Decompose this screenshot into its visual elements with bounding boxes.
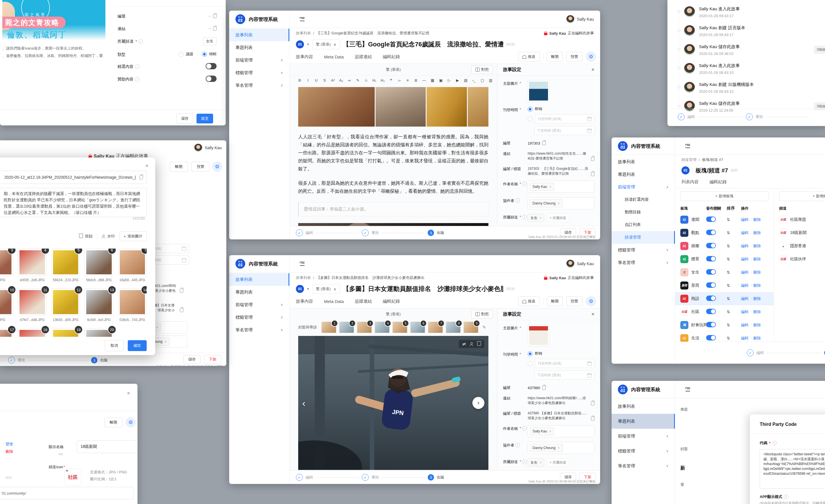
collaborator-input[interactable]: Danny Cheung× xyxy=(528,197,594,209)
edit-link[interactable]: 編輯 xyxy=(741,243,749,249)
sidebar-item-stories[interactable]: 故事列表 xyxy=(612,156,675,168)
toolbar-icon[interactable]: H₂ xyxy=(380,77,385,83)
image-thumb[interactable]: 12 13630...d00.JPG xyxy=(51,288,80,322)
offline-time-input[interactable]: 下架時間 (選填) xyxy=(534,370,594,380)
image-thumb[interactable]: 10 …4.JPG xyxy=(0,288,13,322)
publish-toggle[interactable] xyxy=(706,282,716,288)
tab[interactable]: 編輯紀錄 xyxy=(709,176,727,188)
user-menu[interactable]: Sally Kau xyxy=(566,255,594,272)
delete-link[interactable]: 刪除 xyxy=(753,296,761,301)
sort-handle-icon[interactable]: ⇅ xyxy=(727,270,741,275)
push-button[interactable]: 推送 xyxy=(518,297,540,306)
remove-tag-icon[interactable]: × xyxy=(549,185,551,188)
toolbar-icon[interactable]: A xyxy=(497,77,497,83)
watermark-tool[interactable]: 水印 xyxy=(102,234,115,239)
copy-icon[interactable] xyxy=(542,386,546,390)
sort-handle-icon[interactable]: ⇅ xyxy=(727,323,741,327)
sort-handle-icon[interactable]: ⇅ xyxy=(727,283,741,288)
edit-link[interactable]: 編輯 xyxy=(741,230,749,235)
caption-textarea[interactable]: 期，未有在武漢肺炎的陰霾下減退，一班運動員也在積極備戰，而日本當地網民對於女運動… xyxy=(0,188,147,217)
sidebar-item-custom-lists[interactable]: 自訂列表 xyxy=(612,219,675,231)
cover-thumb[interactable]: 2 xyxy=(339,322,354,333)
remove-tag-icon[interactable]: × xyxy=(558,446,559,449)
add-image-button[interactable]: +添加圖片 xyxy=(119,231,147,241)
delete-link[interactable]: 刪除 xyxy=(753,336,761,341)
sidebar-item-frontend[interactable]: 前端管理∨ xyxy=(229,299,289,311)
cancel-button[interactable]: 取消 xyxy=(105,340,124,351)
copy-icon[interactable] xyxy=(213,14,217,18)
toolbar-icon[interactable]: A² xyxy=(330,77,335,83)
save-button[interactable]: 儲存 xyxy=(176,114,193,123)
tab[interactable]: 編輯紀錄 xyxy=(383,295,400,309)
sidebar-item-pennames[interactable]: 筆名管理∨ xyxy=(229,79,289,92)
author-input[interactable]: Sally Kau× xyxy=(528,181,594,193)
settings-gear-button[interactable]: ⚙ xyxy=(212,162,222,172)
compare-button[interactable]: 對照 xyxy=(471,310,493,319)
image-thumb[interactable]: 20 xyxy=(84,328,113,337)
author-input[interactable]: Sally Kau× xyxy=(528,425,594,437)
sidebar-collapse-icon[interactable] xyxy=(685,144,690,148)
toolbar-icon[interactable]: ▷ xyxy=(447,77,452,83)
dropdown-icon[interactable]: ▼ xyxy=(307,287,309,290)
sidebar-item-tags[interactable]: 標籤管理∨ xyxy=(229,311,289,324)
button-tool[interactable]: 按鈕 xyxy=(79,234,92,239)
toolbar-icon[interactable]: H₁ xyxy=(372,77,377,83)
settings-gear-button[interactable]: ⚙ xyxy=(586,296,596,307)
sidebar-item-channel-management[interactable]: 頻道管理 xyxy=(612,231,675,244)
toolbar-icon[interactable]: I xyxy=(305,77,310,83)
radio-publish-scheduled[interactable] xyxy=(528,361,532,366)
copy-icon[interactable] xyxy=(591,172,594,176)
watermark-icon[interactable] xyxy=(470,342,473,346)
user-menu[interactable]: Sally Kau xyxy=(194,142,222,154)
copy-icon[interactable] xyxy=(213,27,217,31)
unpublish-button[interactable]: 下架 xyxy=(204,355,221,364)
next-photo-arrow[interactable]: › xyxy=(472,397,484,409)
preview-button[interactable]: 預覽 xyxy=(566,297,582,306)
publisher-logo[interactable]: 01 xyxy=(296,40,304,49)
sidebar-item-topics[interactable]: 專題列表 xyxy=(229,286,289,299)
publish-toggle[interactable] xyxy=(706,243,716,248)
toolbar-icon[interactable]: ▤ xyxy=(463,77,468,83)
delete-link[interactable]: 刪除 xyxy=(753,309,761,315)
edit-link[interactable]: 編輯 xyxy=(741,257,749,262)
delete-link[interactable]: 刪除 xyxy=(753,270,761,275)
filename-input[interactable] xyxy=(4,175,137,180)
url-input[interactable] xyxy=(0,487,134,499)
toolbar-icon[interactable]: ≡ xyxy=(405,77,410,83)
dropdown-icon[interactable]: ▼ xyxy=(307,43,309,46)
add-channel-button[interactable]: + 所屬頻道 xyxy=(546,214,569,222)
delete-link[interactable]: 刪除 xyxy=(753,230,761,235)
radio-publish-now[interactable]: 即時 xyxy=(528,106,594,112)
sidebar-item-topics[interactable]: 專題列表 xyxy=(612,168,675,181)
edit-link[interactable]: 編輯 xyxy=(741,270,749,275)
toolbar-icon[interactable]: ›_ xyxy=(471,77,477,83)
sort-handle-icon[interactable]: ⇅ xyxy=(727,336,741,340)
publish-toggle[interactable] xyxy=(706,217,716,222)
collaborator-input[interactable]: Danny Cheung× xyxy=(528,442,594,454)
close-icon[interactable]: × xyxy=(591,67,594,73)
tab[interactable]: 列表內容 xyxy=(681,176,699,188)
push-button[interactable]: 推送 xyxy=(518,52,540,62)
submit-button[interactable]: 提交 xyxy=(197,114,213,123)
channel-tag[interactable]: 女生 xyxy=(203,37,217,45)
close-icon[interactable]: × xyxy=(591,311,594,317)
channel-icon-preview[interactable]: 01社區 xyxy=(64,469,81,486)
toolbar-icon[interactable]: ▥ xyxy=(488,77,493,83)
remove-tag-icon[interactable]: × xyxy=(540,216,541,220)
radio-type-special[interactable]: 特輯 xyxy=(202,52,217,57)
sidebar-item-pennames[interactable]: 筆名管理∨ xyxy=(612,458,675,473)
sidebar-item-stories[interactable]: 故事列表 xyxy=(229,29,289,41)
cover-thumb[interactable]: 8 xyxy=(446,322,461,333)
toolbar-icon[interactable]: ≣ xyxy=(414,77,419,83)
delete-link[interactable]: 刪除 xyxy=(753,283,761,288)
radio-publish-scheduled[interactable] xyxy=(528,116,532,121)
publish-toggle[interactable] xyxy=(706,322,716,327)
breadcrumb-root[interactable]: 故事列表 xyxy=(296,275,311,280)
sidebar-item-pinned-content[interactable]: 頻道釘選內容 xyxy=(612,193,675,206)
toolbar-icon[interactable]: ▦ xyxy=(430,77,435,83)
edit-link[interactable]: 編輯 xyxy=(741,309,749,315)
compare-button[interactable]: 對照 xyxy=(471,65,493,74)
remove-tag-icon[interactable]: × xyxy=(558,201,559,205)
edit-link[interactable]: 編輯 xyxy=(741,217,749,222)
delete-link[interactable]: 刪除 xyxy=(753,322,761,328)
